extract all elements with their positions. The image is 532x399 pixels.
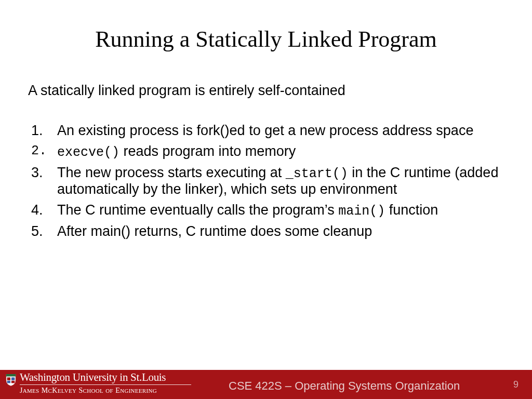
school-name: JAMES MCKELVEY SCHOOL OF ENGINEERING [20,386,191,394]
list-text: The C runtime eventually calls the progr… [57,202,338,218]
list-text: reads program into memory [119,143,296,159]
course-label: CSE 422S – Operating Systems Organizatio… [229,379,460,393]
svg-rect-2 [7,381,10,383]
list-item: The C runtime eventually calls the progr… [28,202,501,219]
slide-title: Running a Statically Linked Program [0,26,532,52]
intro-text: A statically linked program is entirely … [28,82,501,99]
svg-rect-3 [11,381,15,383]
list-item: After main() returns, C runtime does som… [28,223,501,240]
page-number: 9 [513,379,518,390]
numbered-list: An existing process is fork()ed to get a… [28,123,501,240]
list-text: function [385,202,438,218]
university-logo-block: Washington University in St.Louis JAMES … [5,372,191,394]
list-item: The new process starts executing at _sta… [28,165,501,198]
code-text: _start() [286,166,348,181]
svg-rect-1 [11,377,15,380]
footer-bar: Washington University in St.Louis JAMES … [0,370,532,399]
list-item: An existing process is fork()ed to get a… [28,123,501,139]
svg-rect-0 [7,377,10,380]
list-item: execve() reads program into memory [28,143,501,161]
shield-icon [5,373,17,387]
divider [20,384,191,385]
list-text: The new process starts executing at [57,165,286,180]
slide-body: A statically linked program is entirely … [28,82,501,244]
code-text: execve() [57,145,119,160]
university-text: Washington University in St.Louis JAMES … [20,372,191,394]
code-text: main() [338,204,385,219]
university-name: Washington University in St.Louis [20,372,191,383]
slide: Running a Statically Linked Program A st… [0,0,532,399]
